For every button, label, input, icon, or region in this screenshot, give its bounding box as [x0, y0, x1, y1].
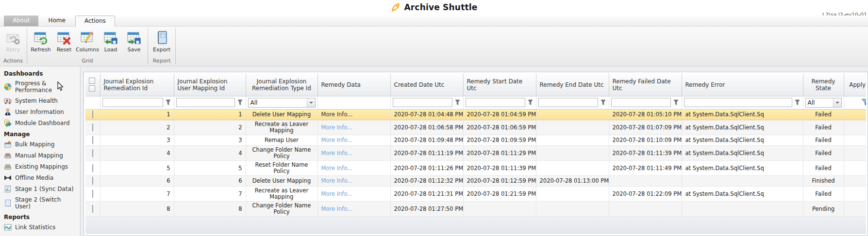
sidebar-item-label: Module Dashboard [15, 120, 70, 126]
more-info-link[interactable]: More Info... [321, 124, 353, 131]
table-row[interactable]: 66Delete User MappingMore Info...2020-07… [85, 175, 866, 186]
row-select-cell [85, 201, 100, 216]
sidebar-item-manual-mapping[interactable]: Manual Mapping [0, 150, 80, 161]
column-header-user-mapping-id[interactable]: Journal Explosion User Mapping Id [174, 74, 246, 96]
rocket-icon [390, 2, 401, 13]
sidebar-item-label: Link Statistics [15, 224, 55, 231]
column-header-remedy-state[interactable]: Remedy State [803, 74, 844, 96]
remedy-error-cell: at System.Data.SqlClient.Sq [682, 109, 803, 120]
sidebar-item-stage1-sync-data[interactable]: Stage 1 (Sync Data) [0, 184, 80, 195]
dropdown-arrow-button[interactable] [833, 98, 841, 107]
sidebar-item-bulk-mapping[interactable]: Bulk Mapping [0, 139, 80, 150]
row-checkbox[interactable] [92, 124, 93, 131]
table-row[interactable]: 11Delete User MappingMore Info...2020-07… [85, 109, 866, 120]
more-info-link[interactable]: More Info... [321, 205, 353, 212]
sidebar-item-stage2-switch-user[interactable]: Stage 2 (Switch User) [0, 195, 80, 212]
select-all-checkbox[interactable] [89, 78, 95, 84]
filter-user-mapping-id-menu-button[interactable] [237, 99, 244, 107]
row-checkbox[interactable] [92, 136, 93, 144]
more-info-link[interactable]: More Info... [321, 190, 353, 197]
sidebar-header-manage: Manage [0, 129, 80, 139]
filter-created-date-input[interactable] [393, 98, 452, 107]
retry-button[interactable]: Retry [2, 29, 24, 54]
more-info-link[interactable]: More Info... [321, 177, 353, 184]
table-row[interactable]: 33Remap UserMore Info...2020-07-28 01:09… [85, 135, 866, 145]
more-info-link[interactable]: More Info... [321, 137, 353, 143]
select-page-checkbox[interactable] [89, 85, 95, 92]
filter-remedy-error-input[interactable] [684, 98, 792, 107]
dropdown-arrow-button[interactable] [307, 98, 315, 107]
save-button[interactable]: Save [123, 29, 145, 54]
remediation-type-cell: Remap User [246, 135, 317, 145]
sidebar-item-progress-performance[interactable]: Progress & Performance [0, 79, 80, 95]
tab-actions[interactable]: Actions [75, 16, 115, 27]
more-info-link[interactable]: More Info... [321, 111, 353, 118]
filter-remedy-failed-date-menu-button[interactable] [673, 99, 680, 107]
apply-filter-button[interactable] [846, 98, 867, 107]
column-header-apply-filter[interactable]: Apply Filter [844, 74, 866, 96]
sidebar-item-label: Manual Mapping [15, 152, 63, 159]
column-header-remedy-start-date[interactable]: Remedy Start Date Utc [463, 74, 536, 96]
table-row[interactable]: 55Reset Folder Name PolicyMore Info...20… [85, 160, 866, 175]
remedy-start-date-cell: 2020-07-28 01:11:29 PM [463, 145, 536, 160]
table-row[interactable]: 44Change Folder Name PolicyMore Info...2… [85, 145, 866, 160]
row-checkbox[interactable] [92, 205, 93, 213]
sidebar-item-offline-media[interactable]: Offline Media [0, 173, 80, 184]
filter-remedy-start-date-input[interactable] [466, 98, 525, 107]
table-row[interactable]: 22Recreate as Leaver MappingMore Info...… [85, 120, 866, 135]
user-mapping-id-cell: 6 [174, 175, 246, 186]
remedy-start-date-cell: 2020-07-28 01:06:59 PM [463, 120, 536, 135]
apply-filter-cell [844, 145, 866, 160]
filter-user-mapping-id-input[interactable] [176, 98, 235, 107]
column-header-remediation-type-id[interactable]: Journal Explosion Remediation Type Id [246, 74, 317, 96]
columns-button[interactable]: Columns [76, 29, 99, 54]
remediation-id-cell: 4 [100, 145, 174, 160]
row-checkbox[interactable] [92, 110, 93, 118]
sidebar-item-user-information[interactable]: User Information [0, 107, 80, 118]
sidebar-item-module-dashboard[interactable]: Module Dashboard [0, 118, 80, 129]
refresh-button[interactable]: Refresh [30, 29, 52, 54]
export-button[interactable]: Export [150, 29, 173, 54]
filter-remedy-start-date-menu-button[interactable] [527, 99, 534, 107]
column-header-remedy-end-date[interactable]: Remedy End Date Utc [536, 74, 609, 96]
table-row[interactable]: 88Change Folder Name PolicyMore Info...2… [85, 201, 866, 216]
row-checkbox[interactable] [92, 164, 93, 172]
filter-remedy-end-date-input[interactable] [538, 98, 598, 107]
user-mapping-id-cell: 8 [174, 201, 246, 216]
more-info-link[interactable]: More Info... [321, 165, 353, 172]
filter-remediation-id-menu-button[interactable] [165, 99, 172, 107]
column-header-remediation-id[interactable]: Journal Explosion Remediation Id [100, 74, 174, 96]
filter-remedy-failed-date-input[interactable] [611, 98, 671, 107]
column-header-created-date[interactable]: Created Date Utc [390, 74, 463, 96]
table-row[interactable]: 77Recreate as Leaver MappingMore Info...… [85, 186, 866, 201]
column-header-remedy-error[interactable]: Remedy Error [682, 74, 803, 96]
row-checkbox[interactable] [92, 177, 93, 185]
tab-about[interactable]: About [4, 16, 38, 26]
filter-remedy-end-date-menu-button[interactable] [600, 99, 607, 107]
filter-remediation-id-input[interactable] [102, 98, 163, 107]
remediation-type-cell: Delete User Mapping [246, 175, 317, 186]
row-checkbox[interactable] [92, 190, 93, 198]
filter-created-date-menu-button[interactable] [454, 99, 461, 107]
sidebar: Dashboards Progress & Performance System… [0, 66, 81, 236]
filter-remedy-error-menu-button[interactable] [794, 99, 801, 107]
sidebar-item-existing-mappings[interactable]: Existing Mappings [0, 161, 80, 173]
remedy-end-date-cell [536, 145, 609, 160]
remediation-type-cell: Recreate as Leaver Mapping [246, 186, 317, 201]
tab-home[interactable]: Home [39, 16, 74, 26]
filter-remediation-type-select[interactable]: All [248, 98, 316, 108]
row-select-cell [85, 135, 100, 145]
apply-filter-cell [844, 109, 866, 120]
column-header-remedy-failed-date[interactable]: Remedy Failed Date Utc [609, 74, 682, 96]
column-header-remedy-data[interactable]: Remedy Data [317, 74, 390, 96]
sidebar-item-system-health[interactable]: System Health [0, 95, 80, 107]
chevron-down-icon [835, 102, 839, 104]
sidebar-item-link-statistics[interactable]: Link Statistics [0, 222, 80, 233]
reset-button[interactable]: Reset [53, 29, 75, 54]
load-button-label: Load [104, 47, 117, 53]
row-checkbox[interactable] [92, 149, 93, 157]
load-button[interactable]: Load [100, 29, 122, 54]
filter-remedy-state-select[interactable]: All [805, 98, 842, 108]
ribbon: Retry Actions Refresh [0, 27, 868, 66]
more-info-link[interactable]: More Info... [321, 150, 353, 157]
